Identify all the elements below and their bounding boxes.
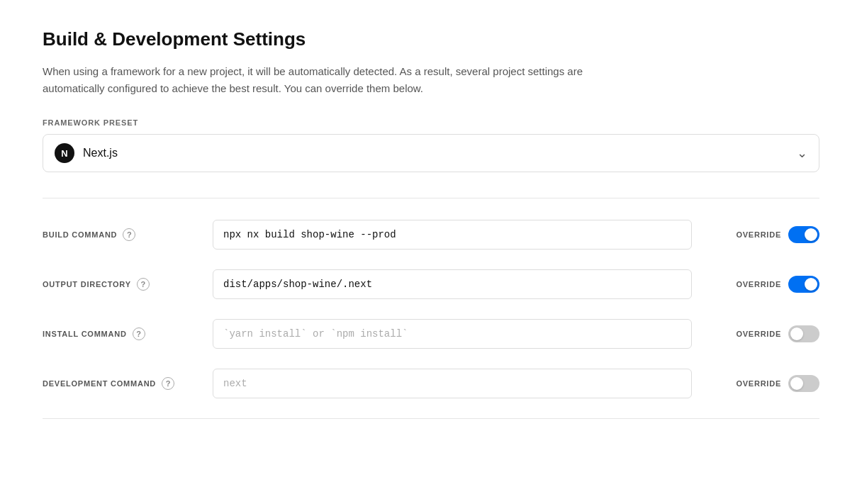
- development-command-input[interactable]: [213, 369, 692, 398]
- development-command-toggle[interactable]: [788, 375, 819, 392]
- page-description: When using a framework for a new project…: [43, 63, 595, 97]
- development-command-row: DEVELOPMENT COMMAND ? OVERRIDE: [43, 369, 819, 398]
- page-wrapper: Build & Development Settings When using …: [0, 0, 862, 504]
- install-command-override-label: OVERRIDE: [736, 330, 781, 338]
- install-command-input[interactable]: [213, 319, 692, 349]
- build-command-input[interactable]: [213, 220, 692, 250]
- settings-list: BUILD COMMAND ? OVERRIDE OUTPUT DIRECTOR…: [43, 220, 819, 398]
- install-command-label-group: INSTALL COMMAND ?: [43, 327, 198, 340]
- build-command-override-label: OVERRIDE: [736, 230, 781, 239]
- development-command-help-icon[interactable]: ?: [162, 377, 174, 390]
- development-command-override-label: OVERRIDE: [736, 379, 781, 388]
- build-command-label: BUILD COMMAND: [43, 230, 117, 239]
- divider-top: [43, 198, 819, 198]
- install-command-row: INSTALL COMMAND ? OVERRIDE: [43, 319, 819, 349]
- framework-preset-label: FRAMEWORK PRESET: [43, 118, 819, 127]
- output-directory-label-group: OUTPUT DIRECTORY ?: [43, 278, 198, 291]
- install-command-override-group: OVERRIDE: [706, 325, 819, 342]
- install-command-label: INSTALL COMMAND: [43, 330, 127, 338]
- output-directory-toggle[interactable]: [788, 276, 819, 293]
- framework-select-dropdown[interactable]: N Next.js ⌄: [43, 134, 819, 172]
- build-command-row: BUILD COMMAND ? OVERRIDE: [43, 220, 819, 250]
- output-directory-help-icon[interactable]: ?: [137, 278, 150, 291]
- development-command-label-group: DEVELOPMENT COMMAND ?: [43, 377, 198, 390]
- framework-name: Next.js: [83, 147, 118, 159]
- output-directory-row: OUTPUT DIRECTORY ? OVERRIDE: [43, 269, 819, 299]
- development-command-label: DEVELOPMENT COMMAND: [43, 379, 156, 388]
- build-command-label-group: BUILD COMMAND ?: [43, 228, 198, 241]
- development-command-override-group: OVERRIDE: [706, 375, 819, 392]
- output-directory-label: OUTPUT DIRECTORY: [43, 280, 131, 289]
- output-directory-input[interactable]: [213, 269, 692, 299]
- build-command-override-group: OVERRIDE: [706, 226, 819, 243]
- build-command-toggle[interactable]: [788, 226, 819, 243]
- output-directory-override-group: OVERRIDE: [706, 276, 819, 293]
- framework-preset-section: FRAMEWORK PRESET N Next.js ⌄: [43, 118, 819, 172]
- framework-select-left: N Next.js: [55, 143, 118, 163]
- output-directory-override-label: OVERRIDE: [736, 280, 781, 289]
- build-command-help-icon[interactable]: ?: [123, 228, 135, 241]
- divider-bottom: [43, 418, 819, 419]
- framework-icon: N: [55, 143, 74, 163]
- chevron-down-icon: ⌄: [797, 145, 807, 161]
- install-command-help-icon[interactable]: ?: [133, 327, 145, 340]
- page-title: Build & Development Settings: [43, 28, 819, 50]
- install-command-toggle[interactable]: [788, 325, 819, 342]
